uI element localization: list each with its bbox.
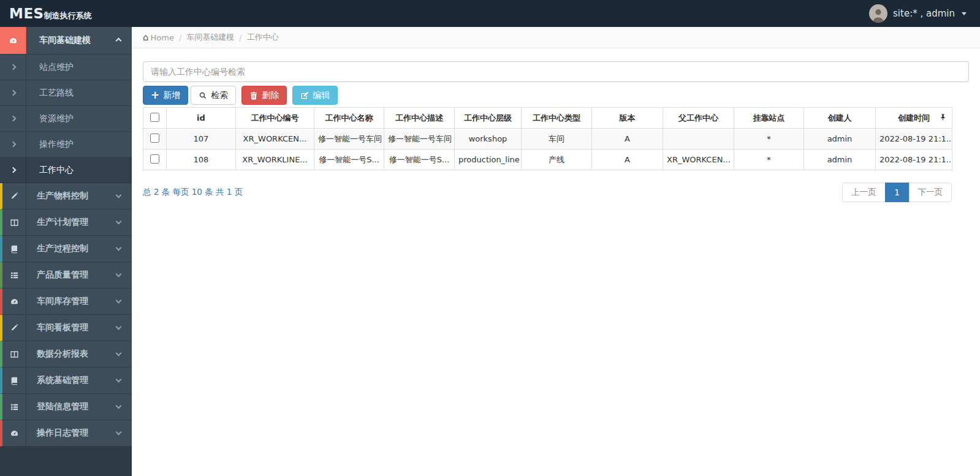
sidebar-group-operation-log-management[interactable]: 操作日志管理 <box>0 420 132 447</box>
table-row[interactable]: 108 XR_WORKLINE... 修一智能一号S... 修一智能一号S...… <box>143 149 952 170</box>
breadcrumb-separator: / <box>239 33 241 42</box>
pin-icon[interactable] <box>939 113 947 123</box>
cell-name: 修一智能一号车间 <box>314 129 384 149</box>
content-area: + 新增 检索 删除 编辑 <box>132 48 980 202</box>
cell-parent: XR_WORKCEN... <box>663 149 734 170</box>
user-avatar <box>869 4 887 23</box>
next-page-button[interactable]: 下一页 <box>909 183 952 202</box>
sidebar-group-label: 操作日志管理 <box>26 428 116 439</box>
sidebar-group-quality-management[interactable]: 产品质量管理 <box>0 262 132 289</box>
add-button[interactable]: + 新增 <box>143 86 188 105</box>
cell-creator: admin <box>804 149 876 170</box>
column-header-label: 创建时间 <box>898 113 930 123</box>
search-button[interactable]: 检索 <box>191 86 236 105</box>
pencil-icon <box>2 183 26 209</box>
column-header-station[interactable]: 挂靠站点 <box>734 108 804 129</box>
cell-level: workshop <box>455 129 522 149</box>
sidebar-group-label: 生产物料控制 <box>26 191 116 202</box>
chevron-down-icon <box>116 218 122 224</box>
cell-created-time: 2022-08-19 21:1... <box>876 149 952 170</box>
sidebar-item-label: 工艺路线 <box>26 88 132 99</box>
dashboard-icon <box>2 289 26 314</box>
sidebar-group-login-info-management[interactable]: 登陆信息管理 <box>0 394 132 420</box>
breadcrumb-separator: / <box>179 33 181 42</box>
select-all-checkbox[interactable] <box>150 113 159 122</box>
sidebar-item-process-route[interactable]: 工艺路线 <box>0 80 132 106</box>
sidebar-item-site-maintenance[interactable]: 站点维护 <box>0 55 132 80</box>
sidebar-group-plan-management[interactable]: 生产计划管理 <box>0 210 132 236</box>
cell-version: A <box>592 149 663 170</box>
edit-button-label: 编辑 <box>313 90 330 101</box>
chevron-down-icon <box>116 271 122 277</box>
sidebar-group-kanban-management[interactable]: 车间看板管理 <box>0 315 132 341</box>
delete-button[interactable]: 删除 <box>241 86 287 105</box>
cell-creator: admin <box>804 129 876 149</box>
column-header-code[interactable]: 工作中心编号 <box>236 108 314 129</box>
cell-code: XR_WORKCEN... <box>236 129 314 149</box>
cell-version: A <box>592 129 663 149</box>
chevron-right-icon <box>0 157 26 183</box>
row-select-cell <box>143 149 167 170</box>
column-header-name[interactable]: 工作中心名称 <box>314 108 384 129</box>
cell-station: * <box>734 149 804 170</box>
chevron-down-icon <box>116 376 122 382</box>
app-logo-bold: MES <box>9 6 44 21</box>
breadcrumb: ⌂ Home / 车间基础建模 / 工作中心 <box>132 27 980 48</box>
sidebar-group-analytics-reports[interactable]: 数据分析报表 <box>0 341 132 368</box>
search-input[interactable] <box>143 61 969 82</box>
page-1-button[interactable]: 1 <box>885 183 910 202</box>
column-header-id[interactable]: id <box>167 108 236 129</box>
row-checkbox[interactable] <box>150 154 159 164</box>
cell-parent <box>663 129 734 149</box>
chevron-down-icon <box>116 429 122 435</box>
table-row[interactable]: 107 XR_WORKCEN... 修一智能一号车间 修一智能一号车间 work… <box>143 129 952 149</box>
chevron-down-icon <box>116 402 122 409</box>
cell-code: XR_WORKLINE... <box>236 149 314 170</box>
select-all-cell <box>143 108 167 129</box>
list-icon <box>2 262 26 288</box>
search-button-label: 检索 <box>211 90 228 101</box>
list-icon <box>2 394 26 420</box>
columns-icon <box>2 341 26 367</box>
edit-button[interactable]: 编辑 <box>292 86 338 105</box>
cell-level: production_line <box>455 149 522 170</box>
sidebar-group-label: 登陆信息管理 <box>26 401 116 412</box>
column-header-version[interactable]: 版本 <box>592 108 663 129</box>
chevron-down-icon <box>116 192 122 198</box>
row-checkbox[interactable] <box>150 134 159 143</box>
main-content: ⌂ Home / 车间基础建模 / 工作中心 + 新增 检索 删除 编辑 <box>132 27 980 476</box>
table-footer: 总 2 条 每页 10 条 共 1 页 上一页 1 下一页 <box>143 183 952 202</box>
sidebar-group-material-control[interactable]: 生产物料控制 <box>0 183 132 210</box>
edit-icon <box>300 91 309 100</box>
sidebar-item-work-center[interactable]: 工作中心 <box>0 157 132 183</box>
user-menu[interactable]: site:* , admin <box>869 4 980 23</box>
delete-button-label: 删除 <box>262 90 279 101</box>
row-select-cell <box>143 129 167 149</box>
column-header-description[interactable]: 工作中心描述 <box>384 108 455 129</box>
sidebar-group-label: 产品质量管理 <box>26 270 116 281</box>
cell-name: 修一智能一号S... <box>314 149 384 170</box>
prev-page-button[interactable]: 上一页 <box>842 183 886 202</box>
chevron-right-icon <box>0 55 26 80</box>
column-header-level[interactable]: 工作中心层级 <box>455 108 522 129</box>
dashboard-icon <box>2 420 26 446</box>
sidebar-group-label: 车间基础建模 <box>26 35 116 46</box>
breadcrumb-workshop-modeling[interactable]: 车间基础建模 <box>186 32 234 43</box>
cell-description: 修一智能一号S... <box>384 149 455 170</box>
top-navbar: MES制造执行系统 site:* , admin <box>0 0 980 27</box>
app-logo: MES制造执行系统 <box>0 6 92 21</box>
sidebar-group-inventory-management[interactable]: 车间库存管理 <box>0 289 132 315</box>
sidebar-group-workshop-modeling[interactable]: 车间基础建模 <box>0 27 132 55</box>
sidebar-group-process-control[interactable]: 生产过程控制 <box>0 236 132 262</box>
sidebar-item-resource-maintenance[interactable]: 资源维护 <box>0 106 132 132</box>
cell-description: 修一智能一号车间 <box>384 129 455 149</box>
sidebar-item-operation-maintenance[interactable]: 操作维护 <box>0 132 132 157</box>
column-header-parent[interactable]: 父工作中心 <box>663 108 734 129</box>
breadcrumb-home[interactable]: Home <box>151 33 174 42</box>
column-header-type[interactable]: 工作中心类型 <box>522 108 592 129</box>
sidebar-group-system-management[interactable]: 系统基础管理 <box>0 368 132 394</box>
sidebar-group-label: 系统基础管理 <box>26 375 116 386</box>
column-header-created-time[interactable]: 创建时间 <box>876 108 952 129</box>
column-header-creator[interactable]: 创建人 <box>804 108 876 129</box>
sidebar: 车间基础建模 站点维护 工艺路线 资源维护 操作维护 工作中心 生产物料控制 生… <box>0 27 132 476</box>
